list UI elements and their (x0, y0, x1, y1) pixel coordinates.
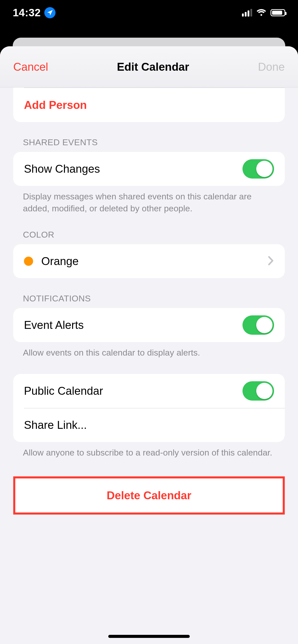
show-changes-toggle[interactable] (242, 159, 274, 179)
notifications-group: Event Alerts (13, 308, 285, 342)
shared-events-group: Show Changes (13, 152, 285, 186)
delete-highlight-box: Delete Calendar (13, 476, 285, 515)
battery-icon (270, 9, 285, 16)
public-calendar-label: Public Calendar (24, 385, 103, 397)
delete-calendar-row[interactable]: Delete Calendar (15, 478, 283, 513)
public-calendar-group: Public Calendar Share Link... (13, 374, 285, 442)
modal-content[interactable]: Add Person SHARED EVENTS Show Changes Di… (0, 87, 298, 644)
event-alerts-toggle[interactable] (242, 315, 274, 335)
location-services-icon (44, 7, 56, 18)
color-name: Orange (41, 255, 79, 268)
event-alerts-row[interactable]: Event Alerts (13, 308, 285, 342)
status-time: 14:32 (13, 7, 41, 19)
status-right (242, 8, 285, 17)
shared-events-header: SHARED EVENTS (23, 137, 285, 147)
modal-title: Edit Calendar (117, 61, 189, 73)
home-indicator[interactable] (108, 635, 190, 638)
cancel-button[interactable]: Cancel (13, 61, 48, 73)
color-dot-icon (24, 257, 33, 266)
shared-with-group: Add Person (13, 87, 285, 122)
chevron-right-icon (268, 256, 274, 267)
share-link-row[interactable]: Share Link... (13, 408, 285, 442)
share-link-label: Share Link... (24, 419, 87, 431)
shared-events-footer: Display messages when shared events on t… (23, 191, 275, 214)
status-bar: 14:32 (0, 0, 298, 25)
color-row[interactable]: Orange (13, 244, 285, 278)
public-calendar-toggle[interactable] (242, 381, 274, 401)
edit-calendar-modal: Cancel Edit Calendar Done Add Person SHA… (0, 46, 298, 644)
notifications-header: NOTIFICATIONS (23, 294, 285, 303)
delete-group: Delete Calendar (15, 478, 283, 513)
modal-header: Cancel Edit Calendar Done (0, 46, 298, 87)
event-alerts-label: Event Alerts (24, 319, 84, 331)
add-person-label: Add Person (24, 99, 87, 111)
status-left: 14:32 (13, 7, 56, 19)
add-person-row[interactable]: Add Person (13, 88, 285, 122)
wifi-icon (256, 8, 266, 17)
show-changes-label: Show Changes (24, 163, 100, 175)
color-group: Orange (13, 244, 285, 278)
public-calendar-row[interactable]: Public Calendar (13, 374, 285, 408)
cellular-signal-icon (242, 9, 252, 17)
delete-calendar-label: Delete Calendar (107, 489, 192, 502)
done-button[interactable]: Done (258, 61, 285, 73)
show-changes-row[interactable]: Show Changes (13, 152, 285, 186)
notifications-footer: Allow events on this calendar to display… (23, 347, 275, 359)
color-header: COLOR (23, 230, 285, 240)
public-calendar-footer: Allow anyone to subscribe to a read-only… (23, 447, 275, 459)
